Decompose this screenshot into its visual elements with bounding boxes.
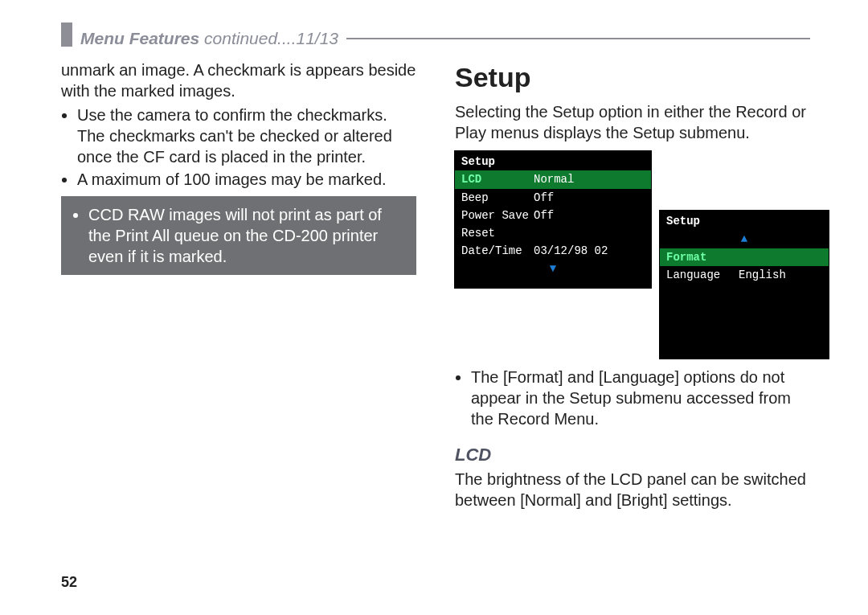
lcd-row: Date/Time 03/12/98 02 — [455, 242, 651, 260]
lcd-row-value: Off — [534, 191, 645, 205]
setup-intro: Selecting the Setup option in either the… — [455, 101, 810, 143]
lcd-row-value — [739, 250, 822, 264]
lcd-row: Power Save Off — [455, 207, 651, 224]
lcd-row: LCD Normal — [455, 170, 651, 188]
lcd-row-label: Power Save — [461, 208, 534, 223]
lcd-row-value: Off — [534, 208, 645, 223]
lcd-title: Setup — [455, 151, 651, 170]
left-bullet: Use the camera to confirm the checkmarks… — [77, 105, 416, 167]
lcd-row-label: Format — [666, 250, 739, 264]
lcd-row: Language English — [660, 266, 829, 284]
lcd-screenshot-group: Setup LCD Normal Beep Off Power Save Off — [455, 151, 810, 360]
left-intro: unmark an image. A checkmark is appears … — [61, 59, 416, 101]
section-header: Menu Features continued....11/13 — [61, 29, 810, 48]
header-accent-bar — [61, 23, 72, 47]
left-bullet-list: Use the camera to confirm the checkmarks… — [61, 105, 416, 190]
setup-heading: Setup — [455, 59, 810, 95]
lcd-row-value: English — [739, 268, 822, 282]
lcd-row-label: Beep — [461, 191, 534, 205]
right-column: Setup Selecting the Setup option in eith… — [455, 59, 810, 514]
note-text: CCD RAW images will not print as part of… — [88, 204, 405, 267]
left-bullet: A maximum of 100 images may be marked. — [77, 169, 416, 190]
lcd-row-label: Date/Time — [461, 244, 534, 258]
lcd-row-value: Normal — [534, 172, 645, 187]
lcd-row-label: Language — [666, 268, 739, 282]
section-name: Menu Features — [80, 29, 199, 47]
manual-page: Menu Features continued....11/13 unmark … — [0, 0, 868, 615]
lcd-setup-main: Setup LCD Normal Beep Off Power Save Off — [455, 151, 651, 288]
lcd-row: Reset — [455, 224, 651, 242]
right-bullet-list: The [Format] and [Language] options do n… — [455, 367, 810, 429]
left-column: unmark an image. A checkmark is appears … — [61, 59, 416, 514]
lcd-row-value: 03/12/98 02 — [534, 244, 645, 258]
lcd-row-label: Reset — [461, 226, 534, 240]
content-columns: unmark an image. A checkmark is appears … — [61, 59, 810, 514]
lcd-row-value — [534, 226, 645, 240]
down-arrow-icon: ▼ — [455, 260, 651, 277]
lcd-row: Beep Off — [455, 189, 651, 207]
lcd-subheading: LCD — [455, 444, 810, 467]
lcd-row-label: LCD — [461, 172, 534, 187]
lcd-setup-secondary: Setup ▲ Format Language English — [660, 211, 829, 359]
section-suffix: continued....11/13 — [204, 29, 338, 47]
header-rule-line — [346, 38, 810, 39]
lcd-row: Format — [660, 248, 829, 266]
right-bullet: The [Format] and [Language] options do n… — [471, 367, 810, 429]
lcd-description: The brightness of the LCD panel can be s… — [455, 469, 810, 510]
page-number: 52 — [61, 574, 77, 591]
up-arrow-icon: ▲ — [660, 230, 829, 248]
note-box: CCD RAW images will not print as part of… — [61, 196, 416, 275]
header-title: Menu Features continued....11/13 — [76, 29, 343, 48]
lcd-title: Setup — [660, 211, 829, 230]
